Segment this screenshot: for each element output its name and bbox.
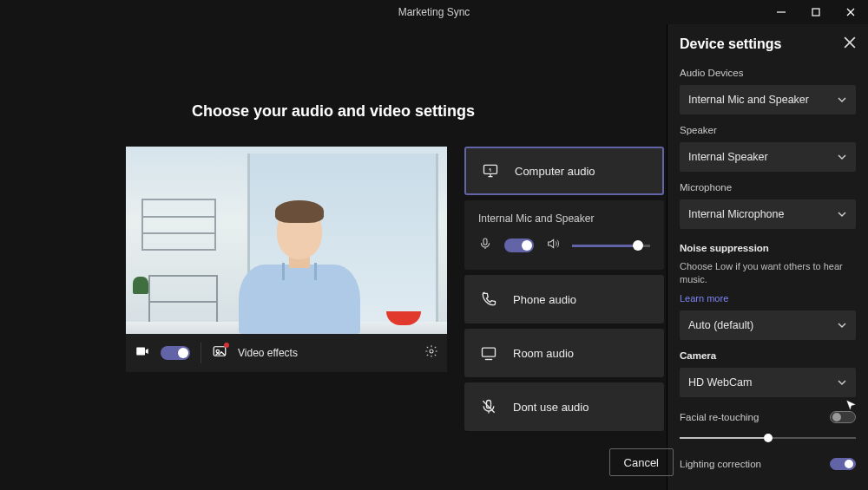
audio-devices-label: Audio Devices xyxy=(680,68,856,78)
volume-slider[interactable] xyxy=(572,245,650,247)
maximize-button[interactable] xyxy=(799,0,833,24)
option-room-audio[interactable]: Room audio xyxy=(464,329,664,377)
camera-preview-image xyxy=(126,147,447,334)
camera-toggle[interactable] xyxy=(161,346,190,360)
speaker-select[interactable]: Internal Speaker xyxy=(680,142,856,172)
svg-point-6 xyxy=(430,350,433,353)
video-effects-icon xyxy=(212,343,227,363)
audio-options: Computer audio Internal Mic and Speaker xyxy=(464,147,664,431)
chevron-down-icon xyxy=(837,377,847,388)
learn-more-link[interactable]: Learn more xyxy=(680,293,856,304)
settings-gear-icon[interactable] xyxy=(424,344,438,362)
video-effects-button[interactable]: Video effects xyxy=(238,347,298,359)
facial-retouching-toggle[interactable] xyxy=(830,411,856,423)
speaker-label: Speaker xyxy=(680,125,856,135)
lighting-correction-toggle[interactable] xyxy=(830,458,856,470)
noise-suppression-title: Noise suppression xyxy=(680,243,856,253)
pre-join-screen: Choose your audio and video settings xyxy=(0,24,667,490)
separator xyxy=(201,343,201,363)
chevron-down-icon xyxy=(837,209,847,219)
option-label: Dont use audio xyxy=(513,401,589,414)
device-settings-panel: Device settings Audio Devices Internal M… xyxy=(667,24,868,490)
cancel-button[interactable]: Cancel xyxy=(609,448,674,476)
microphone-label: Microphone xyxy=(680,182,856,193)
room-icon xyxy=(480,344,497,362)
microphone-icon xyxy=(478,237,492,254)
option-label: Phone audio xyxy=(513,293,576,306)
close-button[interactable] xyxy=(833,0,868,24)
select-value: Internal Mic and Speaker xyxy=(688,94,809,106)
svg-rect-1 xyxy=(812,9,819,16)
microphone-select[interactable]: Internal Microphone xyxy=(680,199,856,229)
svg-rect-8 xyxy=(483,238,487,245)
chevron-down-icon xyxy=(837,320,847,330)
camera-preview: Video effects xyxy=(126,147,447,431)
panel-close-button[interactable] xyxy=(844,36,856,52)
audio-device-label: Internal Mic and Speaker xyxy=(478,212,650,225)
select-value: Internal Microphone xyxy=(688,208,784,220)
facial-retouching-slider[interactable] xyxy=(680,432,856,444)
noise-suppression-select[interactable]: Auto (default) xyxy=(680,310,856,340)
microphone-toggle[interactable] xyxy=(504,238,534,252)
option-dont-use-audio[interactable]: Dont use audio xyxy=(464,382,664,431)
audio-devices-select[interactable]: Internal Mic and Speaker xyxy=(680,85,856,114)
chevron-down-icon xyxy=(837,95,847,105)
camera-select[interactable]: HD WebCam xyxy=(680,368,856,397)
option-label: Computer audio xyxy=(515,165,595,178)
svg-rect-9 xyxy=(483,348,496,356)
preview-control-bar: Video effects xyxy=(126,334,447,372)
select-value: HD WebCam xyxy=(688,376,752,389)
select-value: Internal Speaker xyxy=(688,151,768,163)
minimize-button[interactable] xyxy=(764,0,799,24)
panel-title: Device settings xyxy=(680,36,781,52)
chevron-down-icon xyxy=(837,152,847,162)
computer-audio-settings: Internal Mic and Speaker xyxy=(464,200,664,270)
option-phone-audio[interactable]: Phone audio xyxy=(464,275,664,323)
option-computer-audio[interactable]: Computer audio xyxy=(464,147,664,195)
notification-dot xyxy=(224,343,229,348)
window-title: Marketing Sync xyxy=(398,6,470,18)
camera-icon xyxy=(135,343,150,363)
computer-audio-icon xyxy=(482,162,499,180)
window-controls xyxy=(764,0,868,24)
svg-point-5 xyxy=(216,350,219,352)
option-label: Room audio xyxy=(513,347,574,360)
page-title: Choose your audio and video settings xyxy=(0,102,667,121)
facial-retouching-label: Facial re-touching xyxy=(680,412,759,422)
title-bar: Marketing Sync xyxy=(0,0,868,24)
select-value: Auto (default) xyxy=(688,319,753,331)
camera-label: Camera xyxy=(680,350,856,361)
speaker-icon xyxy=(546,237,560,254)
mute-icon xyxy=(480,398,497,415)
phone-icon xyxy=(480,291,497,308)
lighting-correction-label: Lighting correction xyxy=(680,459,761,469)
noise-suppression-desc: Choose Low if you want others to hear mu… xyxy=(680,260,856,286)
